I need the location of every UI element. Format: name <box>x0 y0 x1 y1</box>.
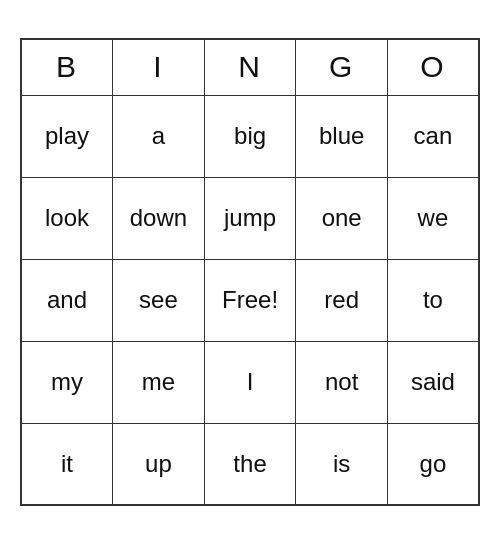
bingo-cell-1-2: jump <box>204 177 296 259</box>
bingo-row-3: mymeInotsaid <box>21 341 479 423</box>
header-letter-i: I <box>113 39 205 95</box>
bingo-cell-4-4: go <box>387 423 479 505</box>
bingo-cell-3-3: not <box>296 341 388 423</box>
header-letter-g: G <box>296 39 388 95</box>
bingo-cell-0-2: big <box>204 95 296 177</box>
bingo-row-0: playabigbluecan <box>21 95 479 177</box>
bingo-header-row: BINGO <box>21 39 479 95</box>
bingo-cell-3-2: I <box>204 341 296 423</box>
bingo-cell-0-1: a <box>113 95 205 177</box>
bingo-cell-2-4: to <box>387 259 479 341</box>
bingo-cell-4-3: is <box>296 423 388 505</box>
bingo-cell-2-3: red <box>296 259 388 341</box>
bingo-cell-3-0: my <box>21 341 113 423</box>
bingo-cell-2-0: and <box>21 259 113 341</box>
bingo-row-4: ituptheisgo <box>21 423 479 505</box>
bingo-cell-0-4: can <box>387 95 479 177</box>
header-letter-n: N <box>204 39 296 95</box>
header-letter-b: B <box>21 39 113 95</box>
bingo-card: BINGO playabigbluecanlookdownjumponewean… <box>20 38 480 506</box>
bingo-cell-3-1: me <box>113 341 205 423</box>
bingo-cell-3-4: said <box>387 341 479 423</box>
bingo-row-1: lookdownjumponewe <box>21 177 479 259</box>
bingo-cell-4-2: the <box>204 423 296 505</box>
bingo-cell-1-0: look <box>21 177 113 259</box>
bingo-cell-2-1: see <box>113 259 205 341</box>
header-letter-o: O <box>387 39 479 95</box>
bingo-cell-4-1: up <box>113 423 205 505</box>
bingo-cell-1-1: down <box>113 177 205 259</box>
bingo-cell-0-3: blue <box>296 95 388 177</box>
bingo-cell-0-0: play <box>21 95 113 177</box>
bingo-cell-2-2: Free! <box>204 259 296 341</box>
bingo-cell-1-4: we <box>387 177 479 259</box>
bingo-cell-1-3: one <box>296 177 388 259</box>
bingo-row-2: andseeFree!redto <box>21 259 479 341</box>
bingo-cell-4-0: it <box>21 423 113 505</box>
